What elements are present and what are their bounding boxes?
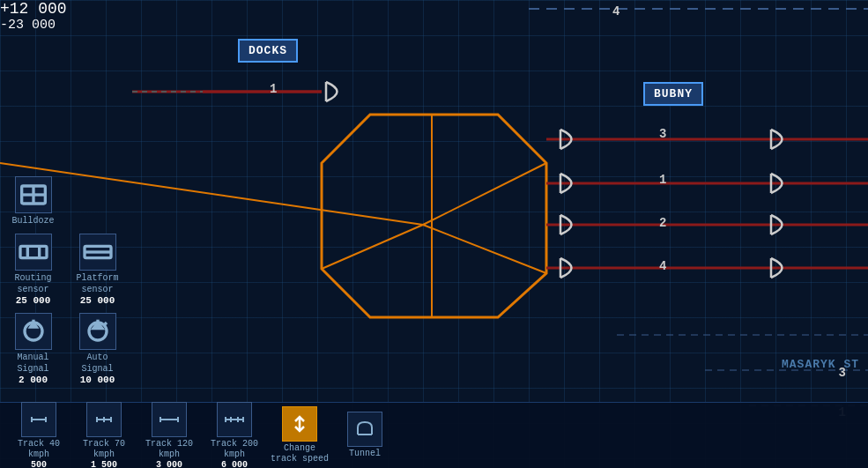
svg-line-7 <box>423 225 546 273</box>
track-num-3: 3 <box>659 127 666 141</box>
change-track-speed-label: Change track speed <box>270 443 330 464</box>
routing-sensor-price: 25 000 <box>16 295 51 306</box>
svg-marker-36 <box>30 323 36 327</box>
svg-line-40 <box>103 323 106 325</box>
track-40-item[interactable]: Track 40 kmph 500 <box>9 402 69 469</box>
svg-line-6 <box>322 225 423 269</box>
track-num-4-top: 4 <box>612 4 619 19</box>
manual-signal-item[interactable]: Manual Signal 2 000 <box>4 313 62 385</box>
track-120-item[interactable]: Track 120 kmph 3 000 <box>139 402 199 469</box>
routing-sensor-label: Routing sensor <box>4 272 62 295</box>
track-70-price: 1 500 <box>91 460 117 469</box>
track-40-label: Track 40 kmph <box>9 439 69 460</box>
bulldoze-item[interactable]: Bulldoze <box>4 176 62 227</box>
track-200-item[interactable]: Track 200 kmph 6 000 <box>204 402 264 469</box>
manual-signal-price: 2 000 <box>19 375 48 385</box>
track-70-item[interactable]: Track 70 kmph 1 500 <box>74 402 134 469</box>
track-num-corner-3: 3 <box>839 366 846 380</box>
track-num-1: 1 <box>659 173 666 187</box>
station-bubny: Bubny <box>643 82 703 106</box>
platform-sensor-item[interactable]: Platform sensor 25 000 <box>69 234 126 306</box>
tunnel-icon <box>347 412 382 447</box>
tunnel-item[interactable]: Tunnel <box>335 412 395 459</box>
bulldoze-row: Bulldoze <box>4 176 126 227</box>
svg-line-5 <box>423 163 546 225</box>
bulldoze-label: Bulldoze <box>11 215 54 227</box>
auto-signal-item[interactable]: Auto Signal 10 000 <box>69 313 126 385</box>
track-40-price: 500 <box>31 460 47 469</box>
toolbar: Track 40 kmph 500 Track 70 kmph 1 500 Tr… <box>0 402 868 468</box>
track-num-4-right: 4 <box>659 259 666 273</box>
left-panel: Bulldoze Routing sensor 25 000 Pl <box>0 172 130 390</box>
svg-marker-3 <box>322 115 546 317</box>
auto-signal-price: 10 000 <box>80 375 115 385</box>
routing-sensor-item[interactable]: Routing sensor 25 000 <box>4 234 62 306</box>
station-masaryk: Masaryk St <box>782 358 859 371</box>
track-200-icon <box>217 402 252 437</box>
track-200-label: Track 200 kmph <box>204 439 264 460</box>
track-200-price: 6 000 <box>221 460 248 469</box>
change-track-speed-item[interactable]: Change track speed <box>270 406 330 464</box>
auto-signal-icon <box>79 313 116 350</box>
station-docks: Docks <box>238 39 298 63</box>
track-120-label: Track 120 kmph <box>139 439 199 460</box>
signal-row: Manual Signal 2 000 Auto Signal 10 000 <box>4 313 126 385</box>
manual-signal-icon <box>15 313 52 350</box>
tunnel-label: Tunnel <box>349 449 381 459</box>
track-num-2: 2 <box>659 216 666 230</box>
track-120-price: 3 000 <box>156 460 182 469</box>
svg-rect-29 <box>20 246 47 257</box>
platform-sensor-icon <box>79 234 116 271</box>
manual-signal-label: Manual Signal <box>4 352 62 375</box>
track-40-icon <box>21 402 56 437</box>
platform-sensor-price: 25 000 <box>80 295 115 306</box>
change-track-speed-icon <box>282 406 317 442</box>
sensor-row: Routing sensor 25 000 Platform sensor 25… <box>4 234 126 306</box>
bulldoze-icon <box>15 176 52 213</box>
track-70-icon <box>86 402 122 437</box>
track-120-icon <box>152 402 187 437</box>
routing-sensor-icon <box>15 234 52 271</box>
track-70-label: Track 70 kmph <box>74 439 134 460</box>
track-num-1-left: 1 <box>270 82 277 96</box>
auto-signal-label: Auto Signal <box>69 352 126 375</box>
platform-sensor-label: Platform sensor <box>69 272 126 295</box>
